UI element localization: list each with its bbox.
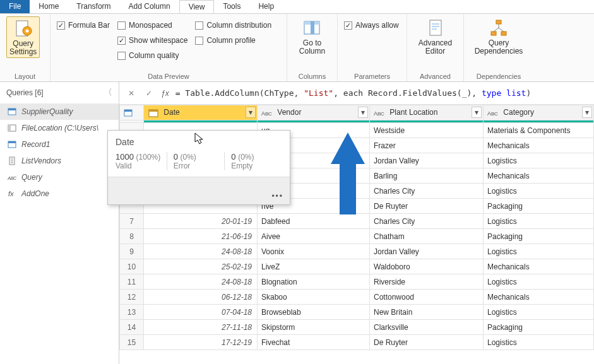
query-settings-button[interactable]: Query Settings xyxy=(6,16,40,58)
menu-file[interactable]: File xyxy=(0,0,30,13)
cell-category[interactable]: Mechanicals xyxy=(484,168,594,184)
menu-tools[interactable]: Tools xyxy=(214,0,249,13)
cell-vendor[interactable]: Skipstorm xyxy=(258,320,370,335)
cell-category[interactable]: Logistics xyxy=(484,214,594,229)
cell-date[interactable]: 06-12-18 xyxy=(144,290,258,305)
table-row[interactable]: 1307-04-18BrowseblabNew BritainLogistics xyxy=(120,305,594,320)
table-row[interactable]: 1517-12-19FivechatDe RuyterLogistics xyxy=(120,335,594,350)
menu-view[interactable]: View xyxy=(179,0,215,13)
formula-text[interactable]: = Table.AddColumn(ChType, "List", each R… xyxy=(175,88,532,98)
table-row[interactable]: 924-08-18VoonixJordan ValleyLogistics xyxy=(120,244,594,259)
cell-date[interactable]: 24-08-18 xyxy=(144,244,258,259)
table-row[interactable]: 1124-08-18BlognationRiversideLogistics xyxy=(120,274,594,290)
cell-vendor[interactable]: Blognation xyxy=(258,274,370,290)
table-row[interactable]: 821-06-19AiveeChathamPackaging xyxy=(120,229,594,244)
formula-bar-checkbox[interactable]: Formula Bar xyxy=(57,19,110,32)
column-header-plant[interactable]: ABC Plant Location ▾ xyxy=(370,105,484,120)
cell-category[interactable]: Logistics xyxy=(484,305,594,320)
menu-help[interactable]: Help xyxy=(249,0,283,13)
cell-plant[interactable]: Frazer xyxy=(370,138,484,153)
checkbox-icon xyxy=(117,52,126,60)
cell-date[interactable]: 17-12-19 xyxy=(144,335,258,350)
query-item-query[interactable]: ABC Query xyxy=(0,169,119,185)
collapse-pane-button[interactable]: 〈 xyxy=(104,87,112,98)
advanced-editor-button[interactable]: Advanced Editor xyxy=(416,16,454,57)
always-allow-checkbox[interactable]: Always allow xyxy=(344,19,399,32)
column-filter-button[interactable]: ▾ xyxy=(582,107,592,118)
query-item-filelocation[interactable]: FileLocation (C:\Users\ xyxy=(0,120,119,136)
column-profile-checkbox[interactable]: Column profile xyxy=(195,34,271,47)
column-distribution-checkbox[interactable]: Column distribution xyxy=(195,19,271,32)
column-header-vendor[interactable]: ABC Vendor ▾ xyxy=(258,105,370,120)
tooltip-more-button[interactable]: ••• xyxy=(271,192,283,201)
menu-transform[interactable]: Transform xyxy=(68,0,119,13)
cancel-formula-button[interactable]: ✕ xyxy=(126,88,137,99)
cell-category[interactable]: Mechanicals xyxy=(484,138,594,153)
cell-category[interactable]: Packaging xyxy=(484,320,594,335)
query-item-record1[interactable]: Record1 xyxy=(0,136,119,153)
column-filter-button[interactable]: ▾ xyxy=(358,107,368,118)
cell-category[interactable]: Mechanicals xyxy=(484,290,594,305)
cell-vendor[interactable]: Dabfeed xyxy=(258,214,370,229)
cell-category[interactable]: Packaging xyxy=(484,229,594,244)
goto-column-button[interactable]: Go to Column xyxy=(297,16,328,57)
cell-plant[interactable]: Waldoboro xyxy=(370,259,484,274)
commit-formula-button[interactable]: ✓ xyxy=(143,88,155,99)
cell-vendor[interactable]: Skaboo xyxy=(258,290,370,305)
table-row[interactable]: 1206-12-18SkabooCottonwoodMechanicals xyxy=(120,290,594,305)
column-filter-button[interactable]: ▾ xyxy=(246,107,256,118)
table-row[interactable]: 720-01-19DabfeedCharles CityLogistics xyxy=(120,214,594,229)
table-row[interactable]: 1427-11-18SkipstormClarksvillePackaging xyxy=(120,320,594,335)
cell-plant[interactable]: De Ruyter xyxy=(370,335,484,350)
cell-category[interactable]: Mechanicals xyxy=(484,259,594,274)
cell-date[interactable]: 24-08-18 xyxy=(144,274,258,290)
cell-plant[interactable]: Charles City xyxy=(370,184,484,199)
cell-date[interactable]: 27-11-18 xyxy=(144,320,258,335)
column-header-category[interactable]: ABC Category ▾ xyxy=(484,105,594,120)
cell-plant[interactable]: Jordan Valley xyxy=(370,153,484,168)
cell-vendor[interactable]: Aivee xyxy=(258,229,370,244)
query-dependencies-button[interactable]: Query Dependencies xyxy=(472,16,526,57)
cell-category[interactable]: Logistics xyxy=(484,184,594,199)
svg-rect-10 xyxy=(496,20,501,24)
cell-plant[interactable]: Barling xyxy=(370,168,484,184)
query-item-supplierquality[interactable]: SupplierQuality xyxy=(0,103,119,120)
cell-plant[interactable]: Cottonwood xyxy=(370,290,484,305)
cell-vendor[interactable]: LiveZ xyxy=(258,259,370,274)
cell-date[interactable]: 25-02-19 xyxy=(144,259,258,274)
cell-date[interactable]: 21-06-19 xyxy=(144,229,258,244)
cell-category[interactable]: Logistics xyxy=(484,244,594,259)
cell-vendor[interactable]: Browseblab xyxy=(258,305,370,320)
menu-add-column[interactable]: Add Column xyxy=(120,0,179,13)
cell-date[interactable]: 07-04-18 xyxy=(144,305,258,320)
cell-plant[interactable]: New Britain xyxy=(370,305,484,320)
cell-plant[interactable]: Clarksville xyxy=(370,320,484,335)
cell-plant[interactable]: Westside xyxy=(370,123,484,138)
select-all-corner[interactable] xyxy=(120,105,144,120)
column-filter-button[interactable]: ▾ xyxy=(472,107,482,118)
cell-plant[interactable]: Jordan Valley xyxy=(370,244,484,259)
show-whitespace-checkbox[interactable]: Show whitespace xyxy=(117,34,187,47)
cell-category[interactable]: Logistics xyxy=(484,153,594,168)
cell-vendor[interactable]: Fivechat xyxy=(258,335,370,350)
query-item-addone[interactable]: fx AddOne xyxy=(0,185,119,202)
column-header-date[interactable]: Date ▾ xyxy=(144,105,258,120)
table-row[interactable]: 1025-02-19LiveZWaldoboroMechanicals xyxy=(120,259,594,274)
cell-plant[interactable]: De Ruyter xyxy=(370,199,484,214)
cell-vendor[interactable]: Voonix xyxy=(258,244,370,259)
parameter-icon xyxy=(8,124,16,132)
table-icon xyxy=(8,107,16,116)
dependencies-icon xyxy=(489,18,509,38)
menu-home[interactable]: Home xyxy=(30,0,68,13)
cell-date[interactable]: 20-01-19 xyxy=(144,214,258,229)
cell-category[interactable]: Materials & Components xyxy=(484,123,594,138)
cell-plant[interactable]: Riverside xyxy=(370,274,484,290)
column-quality-checkbox[interactable]: Column quality xyxy=(117,49,187,62)
cell-category[interactable]: Logistics xyxy=(484,335,594,350)
monospaced-checkbox[interactable]: Monospaced xyxy=(117,19,187,32)
query-item-listvendors[interactable]: ListVendors xyxy=(0,153,119,169)
cell-plant[interactable]: Charles City xyxy=(370,214,484,229)
cell-category[interactable]: Packaging xyxy=(484,199,594,214)
cell-category[interactable]: Logistics xyxy=(484,274,594,290)
cell-plant[interactable]: Chatham xyxy=(370,229,484,244)
